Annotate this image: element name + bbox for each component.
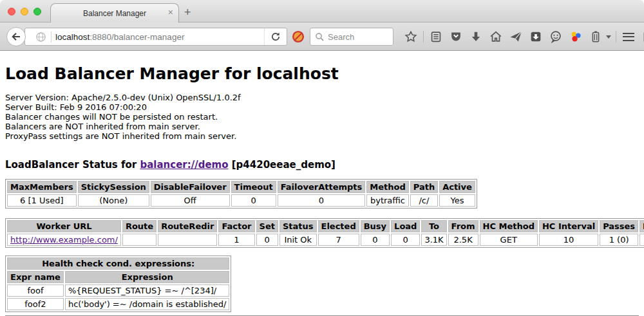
worker-url-link[interactable]: http://www.example.com/ [10, 235, 118, 245]
worker-status-table: Worker URL Route RouteRedir Factor Set S… [5, 218, 644, 248]
video-download-icon[interactable] [528, 29, 544, 44]
browser-window: Balancer Manager × + localhost:8880/bala… [0, 0, 644, 316]
table-cell: 0 [256, 234, 278, 246]
column-header: DisableFailover [151, 181, 230, 193]
bookmarks-sidebar-icon[interactable] [428, 29, 444, 44]
tab-title: Balancer Manager [83, 9, 146, 18]
table-row: http://www.example.com/ 1 0 Init Ok 7 0 … [7, 234, 644, 246]
chevron-down-icon[interactable] [606, 35, 611, 39]
table-row: foof2 hc('body') =~ /domain is establish… [7, 298, 229, 310]
table-cell: 0 [231, 194, 276, 207]
column-header: Status [279, 220, 317, 232]
column-header: Route [122, 220, 156, 232]
column-header: Expression [65, 271, 230, 283]
column-header: StickySession [78, 181, 149, 193]
traffic-lights [8, 8, 41, 15]
table-cell: 0 [361, 234, 390, 246]
table-cell: 3.1K [421, 234, 446, 246]
loadbalancer-status-heading: LoadBalancer Status for balancer://demo … [5, 159, 639, 171]
table-cell: Off [151, 194, 230, 207]
home-icon[interactable] [488, 29, 504, 44]
column-header: Busy [361, 220, 390, 232]
plugin-block-icon[interactable] [291, 30, 305, 46]
expr-name-cell: foof [7, 284, 64, 297]
expression-cell: %{REQUEST_STATUS} =~ /^[234]/ [65, 284, 230, 297]
status-heading-prefix: LoadBalancer Status for [5, 159, 140, 171]
expression-cell: hc('body') =~ /domain is established/ [65, 298, 230, 310]
globe-icon [35, 32, 52, 42]
table-row: foof %{REQUEST_STATUS} =~ /^[234]/ [7, 284, 229, 297]
table-cell [158, 234, 217, 246]
zoom-window-button[interactable] [33, 8, 41, 15]
downloads-icon[interactable] [468, 29, 484, 44]
container-battery-icon[interactable] [588, 29, 603, 44]
table-cell: 1 (0) [600, 234, 638, 246]
reload-icon [270, 32, 281, 42]
table-cell: /c/ [410, 194, 438, 207]
notice-line: Balancer changes will NOT be persisted o… [5, 112, 639, 122]
table-cell: Init Ok [279, 234, 317, 246]
menu-hamburger-icon[interactable] [621, 29, 636, 44]
search-input[interactable]: Search [310, 28, 393, 46]
tab-balancer-manager[interactable]: Balancer Manager × [50, 3, 179, 23]
table-cell: 10 [539, 234, 598, 246]
url-path: :8880/balancer-manager [90, 32, 184, 42]
column-header: Active [439, 181, 475, 193]
table-cell: 2 (0) [639, 234, 644, 246]
column-header: Fails [639, 220, 644, 232]
navigation-toolbar: localhost:8880/balancer-manager Search [0, 23, 644, 51]
pocket-icon[interactable] [448, 29, 464, 44]
column-header: FailoverAttempts [278, 181, 366, 193]
worker-url-cell: http://www.example.com/ [7, 234, 121, 246]
table-cell: 1 [218, 234, 254, 246]
url-bar[interactable]: localhost:8880/balancer-manager [24, 28, 287, 46]
notice-line: Balancers are NOT inherited from main se… [5, 122, 639, 131]
minimize-window-button[interactable] [21, 8, 28, 15]
column-header: To [421, 220, 446, 232]
table-header-row: Expr name Expression [7, 271, 229, 283]
table-cell: 7 [318, 234, 359, 246]
server-version-line: Server Version: Apache/2.5.0-dev (Unix) … [5, 93, 639, 102]
column-header: HC Method [480, 220, 538, 232]
table-cell: 2.5K [448, 234, 478, 246]
bookmark-star-icon[interactable] [403, 29, 419, 44]
new-tab-button[interactable]: + [184, 6, 191, 18]
column-header: Method [366, 181, 408, 193]
column-header: RouteRedir [158, 220, 217, 232]
table-header-row: MaxMembers StickySession DisableFailover… [7, 181, 475, 193]
table-cell: Yes [439, 194, 475, 207]
table-row: 6 [1 Used] (None) Off 0 0 bytraffic /c/ … [7, 194, 475, 207]
balancer-demo-link[interactable]: balancer://demo [140, 159, 228, 171]
chat-smiley-icon[interactable] [548, 29, 564, 44]
table-header-row: Worker URL Route RouteRedir Factor Set S… [7, 220, 644, 232]
search-icon [315, 32, 325, 42]
page-title: Load Balancer Manager for localhost [5, 64, 639, 83]
column-header: MaxMembers [7, 181, 77, 193]
column-header: Set [256, 220, 278, 232]
tab-close-icon[interactable]: × [168, 8, 173, 17]
column-header: From [448, 220, 478, 232]
health-table-title: Health check cond. expressions: [7, 257, 229, 270]
toolbar-separator [616, 31, 616, 42]
table-title-row: Health check cond. expressions: [7, 257, 229, 270]
table-cell: GET [480, 234, 538, 246]
reload-button[interactable] [264, 28, 287, 45]
tab-bar: Balancer Manager × + [0, 0, 644, 23]
back-button[interactable] [6, 27, 26, 46]
column-header: Passes [600, 220, 638, 232]
health-check-table: Health check cond. expressions: Expr nam… [5, 256, 231, 312]
column-header: Worker URL [7, 220, 121, 232]
send-tab-icon[interactable] [508, 29, 524, 44]
table-cell: 0 [278, 194, 366, 207]
table-cell [122, 234, 156, 246]
tile-grid-icon[interactable] [641, 29, 644, 44]
balancer-settings-table: MaxMembers StickySession DisableFailover… [5, 179, 477, 209]
column-header: Elected [318, 220, 359, 232]
column-header: Path [410, 181, 438, 193]
color-dots-extension-icon[interactable] [568, 29, 583, 44]
column-header: Factor [218, 220, 254, 232]
back-arrow-icon [10, 31, 22, 42]
notice-line: ProxyPass settings are NOT inherited fro… [5, 131, 639, 141]
close-window-button[interactable] [8, 8, 15, 15]
server-built-line: Server Built: Feb 9 2016 07:00:20 [5, 102, 639, 112]
